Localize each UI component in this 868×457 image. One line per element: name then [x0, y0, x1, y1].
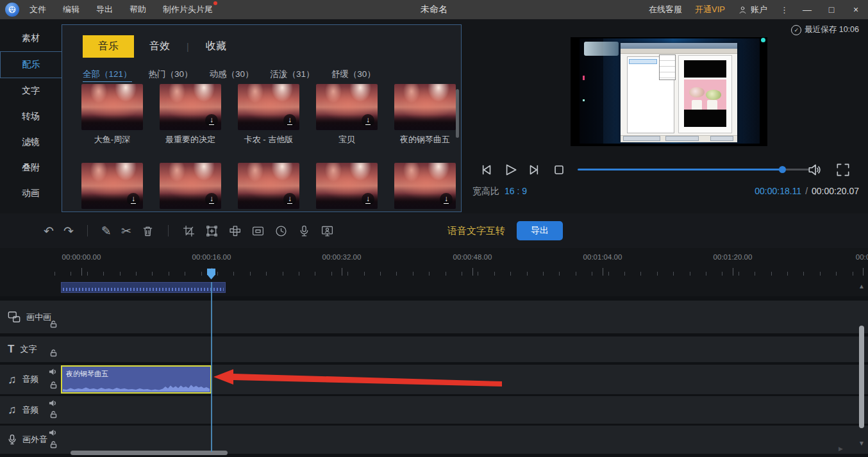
crop-icon[interactable]: [182, 224, 196, 238]
download-icon[interactable]: ↓: [362, 193, 374, 206]
play-button[interactable]: [502, 162, 519, 178]
sidebar-item-transitions[interactable]: 转场: [0, 104, 62, 129]
vscroll-down-arrow-icon[interactable]: ▼: [858, 440, 865, 447]
video-preview-frame[interactable]: [571, 37, 767, 146]
music-card[interactable]: ↓: [81, 163, 143, 209]
category-dynamic[interactable]: 动感（30）: [210, 69, 254, 82]
mute-icon[interactable]: [49, 429, 57, 438]
sidebar-item-text[interactable]: 文字: [0, 78, 62, 104]
music-card[interactable]: ↓: [394, 163, 456, 209]
track-text[interactable]: T 文字: [0, 337, 868, 362]
lock-icon[interactable]: [50, 320, 57, 330]
tab-music[interactable]: 音乐: [83, 35, 134, 58]
minimize-button[interactable]: —: [801, 4, 813, 15]
record-voice-icon[interactable]: [297, 224, 311, 238]
playhead-line[interactable]: [211, 282, 212, 452]
track-voiceover[interactable]: 画外音: [0, 426, 868, 454]
music-card[interactable]: ↓: [238, 163, 299, 209]
mosaic-icon[interactable]: [228, 224, 242, 238]
music-card[interactable]: ↓: [160, 163, 221, 209]
vertical-scrollbar[interactable]: [859, 326, 864, 428]
download-icon[interactable]: ↓: [362, 114, 374, 127]
edit-icon[interactable]: ✎: [101, 225, 112, 237]
music-thumbnail[interactable]: [394, 84, 456, 130]
download-icon[interactable]: ↓: [440, 193, 453, 206]
sidebar-item-filters[interactable]: 滤镜: [0, 129, 62, 155]
menu-intro-outro[interactable]: 制作片头片尾: [163, 4, 213, 15]
speech-text-converter[interactable]: 语音文字互转: [447, 225, 505, 237]
download-icon[interactable]: ↓: [283, 114, 296, 127]
music-card[interactable]: ↓ 最重要的决定: [160, 84, 221, 145]
mute-icon[interactable]: [49, 368, 57, 378]
cut-icon[interactable]: ✂: [121, 225, 131, 237]
lock-icon[interactable]: [50, 381, 57, 391]
vscroll-up-arrow-icon[interactable]: ▲: [858, 283, 865, 290]
sidebar-item-animation[interactable]: 动画: [0, 181, 62, 206]
music-thumbnail[interactable]: ↓: [316, 84, 378, 130]
track-audio-2[interactable]: ♫ 音频: [0, 396, 868, 424]
app-logo-icon[interactable]: [5, 3, 19, 17]
download-icon[interactable]: ↓: [205, 193, 218, 206]
sidebar-item-media[interactable]: 素材: [0, 26, 62, 51]
scale-icon[interactable]: [205, 224, 219, 238]
lock-icon[interactable]: [50, 411, 57, 420]
tab-favorites[interactable]: 收藏: [190, 35, 242, 58]
lock-icon[interactable]: [50, 441, 57, 451]
horizontal-scrollbar[interactable]: [71, 451, 228, 455]
fullscreen-icon[interactable]: [835, 162, 851, 178]
seek-bar[interactable]: [578, 165, 810, 173]
vip-upgrade-link[interactable]: 开通VIP: [695, 4, 725, 15]
account-button[interactable]: 账户: [738, 4, 767, 15]
clip-overview-strip[interactable]: [61, 282, 226, 293]
music-thumbnail[interactable]: [81, 84, 143, 130]
stop-button[interactable]: [551, 162, 567, 178]
music-card[interactable]: 大鱼-周深: [81, 84, 143, 145]
playhead-marker[interactable]: [207, 269, 215, 279]
export-button[interactable]: 导出: [517, 221, 563, 240]
music-card[interactable]: ↓: [316, 163, 378, 209]
download-icon[interactable]: ↓: [283, 193, 296, 206]
close-button[interactable]: ×: [850, 4, 862, 15]
aspect-ratio[interactable]: 宽高比16 : 9: [472, 186, 527, 197]
lock-icon[interactable]: [50, 349, 57, 359]
category-hot[interactable]: 热门（30）: [149, 69, 193, 82]
track-pip[interactable]: 画中画: [0, 301, 868, 333]
download-icon[interactable]: ↓: [205, 114, 218, 127]
menu-edit[interactable]: 编辑: [63, 4, 79, 15]
seek-handle[interactable]: [779, 166, 786, 173]
category-soothing[interactable]: 舒缓（30）: [331, 69, 376, 82]
duration-icon[interactable]: [274, 224, 288, 238]
download-icon[interactable]: ↓: [127, 193, 140, 206]
kebab-menu-icon[interactable]: ⋮: [780, 5, 789, 15]
maximize-button[interactable]: □: [826, 4, 837, 15]
previous-frame-button[interactable]: [478, 162, 494, 178]
freeze-frame-icon[interactable]: [321, 224, 334, 238]
menu-file[interactable]: 文件: [29, 4, 46, 15]
sidebar-item-overlays[interactable]: 叠附: [0, 155, 62, 181]
mute-icon[interactable]: [49, 399, 57, 409]
sidebar-item-music[interactable]: 配乐: [0, 51, 62, 78]
music-thumbnail[interactable]: ↓: [238, 84, 299, 130]
music-thumbnail[interactable]: ↓: [394, 163, 456, 209]
menu-help[interactable]: 帮助: [129, 4, 146, 15]
music-thumbnail[interactable]: ↓: [238, 163, 299, 209]
volume-icon[interactable]: [806, 162, 823, 178]
audio-clip-selected[interactable]: 夜的钢琴曲五: [61, 365, 212, 394]
music-card[interactable]: 夜的钢琴曲五: [394, 84, 456, 145]
music-card[interactable]: ↓ 宝贝: [316, 84, 378, 145]
tab-sound-effects[interactable]: 音效: [134, 35, 185, 58]
delete-icon[interactable]: [141, 224, 154, 238]
selection-handle[interactable]: [761, 38, 765, 42]
music-thumbnail[interactable]: ↓: [316, 163, 378, 209]
category-lively[interactable]: 活泼（31）: [271, 69, 315, 82]
timeline-ruler[interactable]: 00:00:00.00 00:00:16.00 00:00:32.00 00:0…: [0, 248, 868, 296]
panel-scrollbar[interactable]: [456, 89, 459, 138]
undo-icon[interactable]: ↶: [44, 225, 54, 237]
next-frame-button[interactable]: [526, 162, 543, 178]
music-thumbnail[interactable]: ↓: [81, 163, 143, 209]
category-all[interactable]: 全部（121）: [83, 69, 132, 82]
overlay-icon[interactable]: [251, 224, 265, 238]
music-card[interactable]: ↓ 卡农 - 吉他版: [238, 84, 299, 145]
music-thumbnail[interactable]: ↓: [160, 84, 221, 130]
hscroll-right-arrow-icon[interactable]: ▶: [839, 445, 843, 452]
